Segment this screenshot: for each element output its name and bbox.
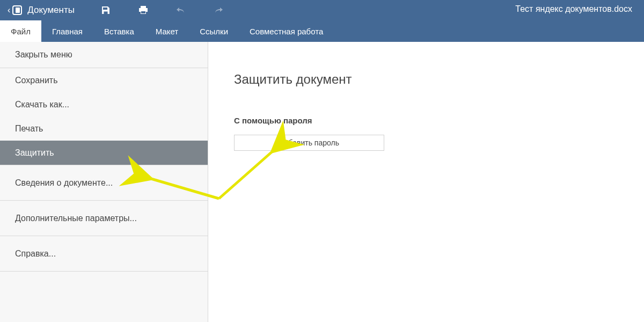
tab-label: Главная	[52, 27, 83, 36]
tab-layout[interactable]: Макет	[145, 20, 189, 42]
menu-print[interactable]: Печать	[0, 116, 208, 141]
file-menu-sidebar: Закрыть меню Сохранить Скачать как... Пе…	[0, 42, 208, 322]
redo-icon	[213, 5, 224, 16]
menu-help[interactable]: Справка...	[0, 236, 208, 272]
document-name: Тест яндекс документов.docx	[515, 4, 632, 14]
menu-label: Закрыть меню	[15, 50, 72, 60]
menu-label: Печать	[15, 124, 43, 134]
menu-close[interactable]: Закрыть меню	[0, 42, 208, 68]
app-title: Документы	[27, 5, 75, 16]
menu-label: Справка...	[15, 249, 56, 259]
menu-label: Сохранить	[15, 76, 58, 85]
tab-insert[interactable]: Вставка	[93, 20, 145, 42]
svg-rect-7	[141, 11, 145, 13]
button-label: Добавить пароль	[279, 138, 339, 147]
menu-label: Сведения о документе...	[15, 178, 113, 188]
tab-label: Макет	[156, 27, 178, 36]
add-password-button[interactable]: Добавить пароль	[234, 135, 384, 151]
tab-links[interactable]: Ссылки	[189, 20, 239, 42]
svg-rect-3	[104, 12, 107, 14]
menu-save[interactable]: Сохранить	[0, 68, 208, 92]
panel-subtitle: С помощью пароля	[234, 116, 644, 125]
print-icon[interactable]	[138, 5, 149, 16]
tab-label: Совместная работа	[250, 27, 323, 36]
svg-rect-1	[16, 8, 20, 13]
protect-panel: Защитить документ С помощью пароля Добав…	[208, 42, 644, 322]
svg-rect-4	[141, 6, 146, 8]
tab-label: Ссылки	[200, 27, 228, 36]
menu-advanced[interactable]: Дополнительные параметры...	[0, 201, 208, 236]
tab-collab[interactable]: Совместная работа	[239, 20, 334, 42]
undo-icon	[175, 5, 186, 16]
svg-rect-2	[103, 8, 107, 10]
menu-docinfo[interactable]: Сведения о документе...	[0, 165, 208, 201]
title-bar: ‹ Документы Тест яндекс документов.docx	[0, 0, 644, 20]
menu-label: Защитить	[15, 148, 54, 158]
app-icon	[11, 4, 23, 16]
content-area: Закрыть меню Сохранить Скачать как... Пе…	[0, 42, 644, 322]
back-chevron-icon[interactable]: ‹	[8, 5, 10, 15]
panel-title: Защитить документ	[234, 72, 644, 87]
menu-download[interactable]: Скачать как...	[0, 92, 208, 116]
menu-protect[interactable]: Защитить	[0, 141, 208, 165]
tab-label: Вставка	[104, 27, 134, 36]
menu-label: Дополнительные параметры...	[15, 214, 137, 223]
tab-label: Файл	[11, 27, 31, 36]
menu-bar: Файл Главная Вставка Макет Ссылки Совмес…	[0, 20, 644, 42]
tab-home[interactable]: Главная	[41, 20, 93, 42]
toolbar	[100, 5, 224, 16]
save-icon[interactable]	[100, 5, 111, 16]
tab-file[interactable]: Файл	[0, 20, 41, 42]
menu-label: Скачать как...	[15, 100, 69, 109]
